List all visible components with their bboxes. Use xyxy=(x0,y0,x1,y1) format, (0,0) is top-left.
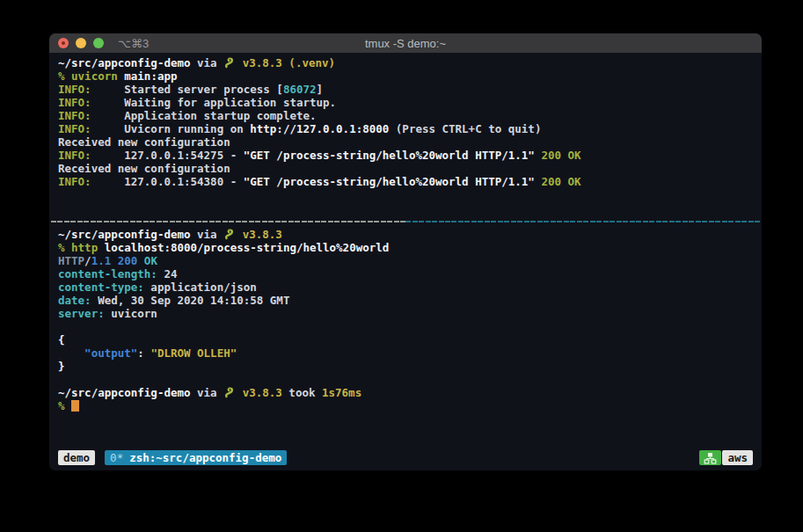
terminal-text: 200 OK xyxy=(541,149,580,162)
terminal-text: INFO: xyxy=(58,149,91,162)
minimize-button[interactable] xyxy=(76,38,86,48)
terminal-line: HTTP/1.1 200 OK xyxy=(58,254,753,267)
terminal-text: "GET /process-string/hello%20world HTTP/… xyxy=(244,175,535,188)
terminal-line: INFO: Uvicorn running on http://127.0.0.… xyxy=(58,122,753,135)
terminal-text: 200 OK xyxy=(541,175,580,188)
terminal-text: v3.8.3 xyxy=(236,386,282,399)
terminal-text: http xyxy=(71,241,98,254)
pane-divider-left xyxy=(51,221,405,222)
terminal-line: INFO: 127.0.0.1:54275 - "GET /process-st… xyxy=(58,149,753,162)
python-icon xyxy=(223,228,236,240)
session-badge[interactable]: demo xyxy=(58,450,95,465)
terminal-content[interactable]: ~/src/appconfig-demo via v3.8.3 (.venv)%… xyxy=(49,53,762,412)
window-title: tmux -S demo:~ xyxy=(49,37,762,50)
terminal-line: ~/src/appconfig-demo via v3.8.3 (.venv) xyxy=(58,56,753,69)
terminal-text: v3.8.3 xyxy=(236,228,282,241)
terminal-line: { xyxy=(58,333,753,346)
window-index: 0* xyxy=(110,451,123,464)
terminal-text: Received new configuration xyxy=(58,135,230,149)
terminal-text: application/json xyxy=(144,281,257,294)
terminal-line: ~/src/appconfig-demo via v3.8.3 took 1s7… xyxy=(58,386,753,399)
terminal-text: uvicorn xyxy=(71,69,118,83)
terminal-text: { xyxy=(58,333,65,346)
terminal-text: date: xyxy=(58,294,91,307)
terminal-text: Received new configuration xyxy=(58,162,230,175)
terminal-window: ⌥⌘3 tmux -S demo:~ ~/src/appconfig-demo … xyxy=(49,33,762,470)
terminal-line xyxy=(58,188,753,201)
terminal-text: 200 xyxy=(118,254,138,267)
terminal-text: / xyxy=(84,254,91,267)
terminal-line xyxy=(58,320,753,333)
terminal-line xyxy=(58,201,753,215)
terminal-line: server: uvicorn xyxy=(58,307,753,320)
window-name: zsh:~src/appconfig-demo xyxy=(129,451,281,464)
terminal-text: % xyxy=(58,241,71,254)
python-icon xyxy=(223,56,236,69)
terminal-text: } xyxy=(58,360,65,373)
terminal-line: % xyxy=(58,399,753,412)
terminal-text: % xyxy=(58,69,71,83)
terminal-line: "output": "DLROW OLLEH" xyxy=(58,346,753,360)
terminal-text: uvicorn xyxy=(105,307,157,320)
terminal-text: content-type: xyxy=(58,281,144,294)
terminal-line: INFO: 127.0.0.1:54380 - "GET /process-st… xyxy=(58,175,753,188)
terminal-text: http://127.0.0.1:8000 xyxy=(250,122,389,135)
terminal-text: 86072 xyxy=(283,83,317,96)
terminal-line: INFO: Started server process [86072] xyxy=(58,83,753,96)
terminal-text: ~/src/appconfig-demo xyxy=(58,228,191,241)
terminal-text: ] xyxy=(317,83,324,96)
window-shortcut-label: ⌥⌘3 xyxy=(118,37,149,50)
terminal-text xyxy=(111,254,118,267)
terminal-text: content-length: xyxy=(58,267,157,281)
terminal-text: INFO: xyxy=(58,109,91,122)
terminal-text: "GET /process-string/hello%20world HTTP/… xyxy=(244,149,535,162)
terminal-text: Wed, 30 Sep 2020 14:10:58 GMT xyxy=(91,294,290,307)
pane-divider-right xyxy=(405,221,760,222)
terminal-text: "output" xyxy=(84,346,137,360)
terminal-text: INFO: xyxy=(58,96,91,109)
terminal-text: INFO: xyxy=(58,83,91,96)
zoom-button[interactable] xyxy=(93,38,104,48)
traffic-lights xyxy=(58,38,104,48)
terminal-text: server: xyxy=(58,307,105,320)
terminal-text: 1s76ms xyxy=(322,386,361,399)
terminal-line: % http localhost:8000/process-string/hel… xyxy=(58,241,753,254)
terminal-text: (Press CTRL+C to quit) xyxy=(389,122,541,135)
terminal-line: content-type: application/json xyxy=(58,281,753,294)
terminal-text: INFO: xyxy=(58,175,91,188)
terminal-text: ~/src/appconfig-demo xyxy=(58,56,191,69)
terminal-line: ~/src/appconfig-demo via v3.8.3 xyxy=(58,228,753,241)
tmux-status-bar: demo 0* zsh:~src/appconfig-demo aws xyxy=(58,450,753,465)
terminal-line: INFO: Application startup complete. xyxy=(58,109,753,122)
terminal-cursor xyxy=(71,400,79,412)
terminal-line: } xyxy=(58,360,753,373)
terminal-text xyxy=(58,346,84,360)
close-button[interactable] xyxy=(58,38,69,48)
terminal-text: via xyxy=(191,228,224,241)
terminal-text: ~/src/appconfig-demo xyxy=(58,386,191,399)
desktop-background: ⌥⌘3 tmux -S demo:~ ~/src/appconfig-demo … xyxy=(0,0,803,532)
terminal-text: Application startup complete. xyxy=(91,109,317,122)
sitemap-icon xyxy=(704,452,717,464)
terminal-line: date: Wed, 30 Sep 2020 14:10:58 GMT xyxy=(58,294,753,307)
terminal-text: "DLROW OLLEH" xyxy=(150,346,237,360)
active-window-badge[interactable]: 0* zsh:~src/appconfig-demo xyxy=(105,450,287,465)
python-icon xyxy=(223,386,236,398)
terminal-text: 24 xyxy=(157,267,178,281)
terminal-text: localhost:8000/process-string/hello%20wo… xyxy=(98,241,389,254)
terminal-text: via xyxy=(191,386,224,399)
terminal-text: Uvicorn running on xyxy=(91,122,251,135)
sitemap-badge xyxy=(699,450,721,465)
terminal-text xyxy=(137,254,144,267)
terminal-text: took xyxy=(282,386,322,399)
terminal-line xyxy=(58,373,753,386)
terminal-text: Started server process [ xyxy=(91,83,283,96)
terminal-text: main:app xyxy=(118,69,178,83)
terminal-text: v3.8.3 (.venv) xyxy=(236,56,335,69)
terminal-line: Received new configuration xyxy=(58,162,753,175)
terminal-text: 127.0.0.1:54275 - xyxy=(91,149,244,162)
titlebar[interactable]: ⌥⌘3 tmux -S demo:~ xyxy=(49,33,762,53)
terminal-text: % xyxy=(58,399,71,412)
terminal-text: INFO: xyxy=(58,122,91,135)
terminal-line: Received new configuration xyxy=(58,135,753,149)
